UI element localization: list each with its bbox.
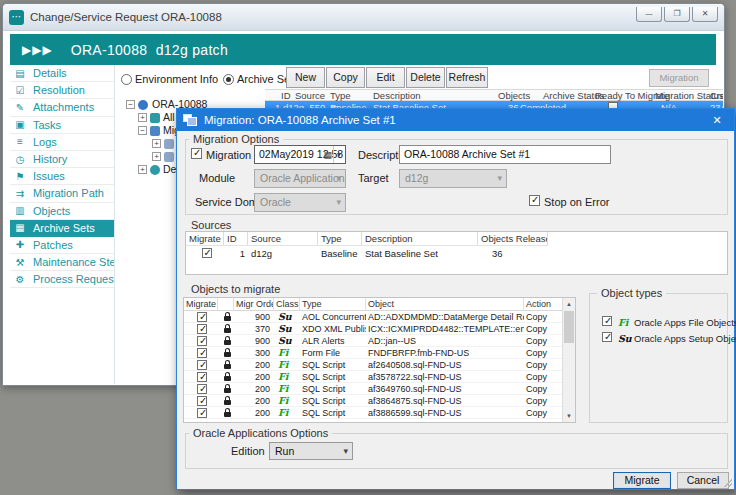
tree-expander[interactable] bbox=[152, 139, 161, 148]
col-id: ID bbox=[281, 90, 291, 101]
scroll-down-icon[interactable] bbox=[563, 410, 575, 422]
sidebar-item-label: Objects bbox=[33, 205, 70, 217]
resize-grip[interactable] bbox=[724, 479, 732, 487]
col-objects: Objects bbox=[498, 90, 530, 101]
edition-select[interactable]: Run bbox=[269, 442, 353, 460]
sidebar-item-label: Process Requests bbox=[33, 273, 114, 285]
migrate-checkbox[interactable] bbox=[197, 324, 207, 334]
lock-icon bbox=[224, 400, 231, 405]
sidebar-item-maintenance-steps[interactable]: Maintenance Steps bbox=[10, 254, 114, 271]
object-row[interactable]: 900SuAOL Concurrent PrcAD::ADXDMDMD::Dat… bbox=[184, 311, 562, 323]
refresh-button[interactable]: Refresh bbox=[446, 67, 488, 88]
migrate-checkbox[interactable] bbox=[197, 312, 207, 322]
object-row[interactable]: 200FiSQL Scriptaf3864875.sql-FND-USCopy bbox=[184, 395, 562, 407]
tree-expander[interactable] bbox=[138, 165, 147, 174]
sidebar-item-archive-sets[interactable]: Archive Sets bbox=[10, 220, 114, 237]
copy-button[interactable]: Copy bbox=[326, 67, 365, 88]
maintenance-icon bbox=[13, 257, 27, 268]
migration-date-input[interactable]: 02May2019 12:58 bbox=[254, 145, 346, 164]
sources-table: Migrate ID Source Type Description Objec… bbox=[185, 231, 728, 275]
file-objects-checkbox[interactable] bbox=[602, 316, 612, 326]
tree-expander[interactable] bbox=[138, 126, 147, 135]
class-label: Su bbox=[618, 333, 632, 344]
sidebar-item-resolution[interactable]: Resolution bbox=[10, 82, 114, 99]
calendar-icon[interactable] bbox=[323, 147, 332, 164]
migrate-checkbox[interactable] bbox=[197, 360, 207, 370]
col-migrate: Migrate bbox=[184, 298, 218, 310]
source-row[interactable]: 1 d12g Baseline Stat Baseline Set 36 bbox=[186, 246, 727, 260]
migrate-button[interactable]: Migrate bbox=[613, 472, 671, 489]
setup-objects-checkbox[interactable] bbox=[602, 332, 612, 342]
object-name: af3864875.sql-FND-US bbox=[366, 396, 524, 406]
col-source: Source bbox=[295, 90, 325, 101]
scroll-thumb[interactable] bbox=[564, 311, 574, 343]
sidebar-item-patches[interactable]: Patches bbox=[10, 237, 114, 254]
object-row[interactable]: 900SuALR AlertsAD::jan--USCopy bbox=[184, 335, 562, 347]
lock-icon bbox=[224, 376, 231, 381]
lock-icon bbox=[224, 340, 231, 345]
delete-button[interactable]: Delete bbox=[406, 67, 445, 88]
tree-expander[interactable] bbox=[152, 152, 161, 161]
objects-table: Migrate Migr Order Class Type Object Act… bbox=[183, 297, 576, 423]
class-label: Su bbox=[274, 311, 300, 322]
service-domain-select: Oracle bbox=[254, 193, 346, 212]
col-objects-release: Objects Release bbox=[478, 232, 548, 245]
sidebar-item-migration-path[interactable]: Migration Path bbox=[10, 185, 114, 202]
migration-options-title: Migration Options bbox=[189, 133, 283, 145]
sidebar-item-attachments[interactable]: Attachments bbox=[10, 99, 114, 116]
object-row[interactable]: 200FiSQL Scriptaf3649760.sql-FND-USCopy bbox=[184, 383, 562, 395]
col-migrate: Migrate bbox=[186, 232, 224, 245]
sidebar-item-details[interactable]: Details bbox=[10, 65, 114, 82]
close-icon[interactable] bbox=[692, 7, 718, 22]
list-icon bbox=[164, 152, 174, 162]
scroll-up-icon[interactable] bbox=[563, 298, 575, 310]
object-row[interactable]: 300FiForm FileFNDFBRFP.fmb-FND-USCopy bbox=[184, 347, 562, 359]
migrate-checkbox[interactable] bbox=[197, 384, 207, 394]
stop-on-error-checkbox[interactable] bbox=[529, 195, 540, 206]
migrate-checkbox[interactable] bbox=[197, 396, 207, 406]
history-icon bbox=[13, 154, 27, 165]
maximize-icon[interactable] bbox=[664, 7, 690, 22]
archive-sets-radio[interactable] bbox=[223, 74, 234, 85]
migrate-checkbox[interactable] bbox=[197, 372, 207, 382]
sidebar-item-issues[interactable]: Issues bbox=[10, 168, 114, 185]
lock-icon bbox=[224, 364, 231, 369]
sidebar-item-tasks[interactable]: Tasks bbox=[10, 117, 114, 134]
migrate-checkbox[interactable] bbox=[197, 336, 207, 346]
new-button[interactable]: New bbox=[286, 67, 325, 88]
source-objects-release: 36 bbox=[478, 248, 548, 259]
description-input[interactable]: ORA-10088 Archive Set #1 bbox=[399, 145, 611, 164]
object-row[interactable]: 200FiSQL Scriptaf3886599.sql-FND-USCopy bbox=[184, 407, 562, 419]
migr-order: 200 bbox=[234, 408, 274, 418]
edit-button[interactable]: Edit bbox=[366, 67, 405, 88]
object-row[interactable]: 200FiSQL Scriptaf3578722.sql-FND-USCopy bbox=[184, 371, 562, 383]
cancel-button[interactable]: Cancel bbox=[677, 472, 729, 489]
sidebar-item-objects[interactable]: Objects bbox=[10, 203, 114, 220]
migr-order: 370 bbox=[234, 324, 274, 334]
source-migrate-checkbox[interactable] bbox=[202, 248, 212, 258]
lock-icon bbox=[224, 316, 231, 321]
col-migr-order: Migr Order bbox=[234, 298, 274, 310]
tree-expander[interactable] bbox=[126, 100, 135, 109]
date-dropdown-icon[interactable] bbox=[333, 146, 344, 163]
tree-expander[interactable] bbox=[138, 113, 147, 122]
migrate-checkbox[interactable] bbox=[197, 348, 207, 358]
migration-dialog: Migration: ORA-10088 Archive Set #1 Migr… bbox=[176, 108, 735, 490]
class-label: Fi bbox=[274, 407, 300, 418]
source-description: Stat Baseline Set bbox=[362, 248, 478, 259]
minimize-icon[interactable] bbox=[636, 7, 662, 22]
object-row[interactable]: 200FiSQL Scriptaf2640508.sql-FND-USCopy bbox=[184, 359, 562, 371]
migrate-checkbox[interactable] bbox=[197, 408, 207, 418]
object-action: Copy bbox=[524, 336, 562, 346]
object-row[interactable]: 370SuXDO XML Publisher TICX::ICXMIPRDD44… bbox=[184, 323, 562, 335]
col-object: Object bbox=[366, 298, 524, 310]
migration-date-checkbox[interactable] bbox=[191, 148, 202, 159]
sidebar-item-process-requests[interactable]: Process Requests bbox=[10, 271, 114, 288]
environment-info-radio[interactable] bbox=[121, 74, 132, 85]
migration-target-button: Migration Target bbox=[649, 69, 709, 87]
sidebar-item-history[interactable]: History bbox=[10, 151, 114, 168]
sidebar-item-label: Logs bbox=[33, 136, 57, 148]
dialog-close-icon[interactable] bbox=[706, 111, 728, 129]
sidebar-item-logs[interactable]: Logs bbox=[10, 134, 114, 151]
objects-scrollbar[interactable] bbox=[562, 298, 575, 422]
